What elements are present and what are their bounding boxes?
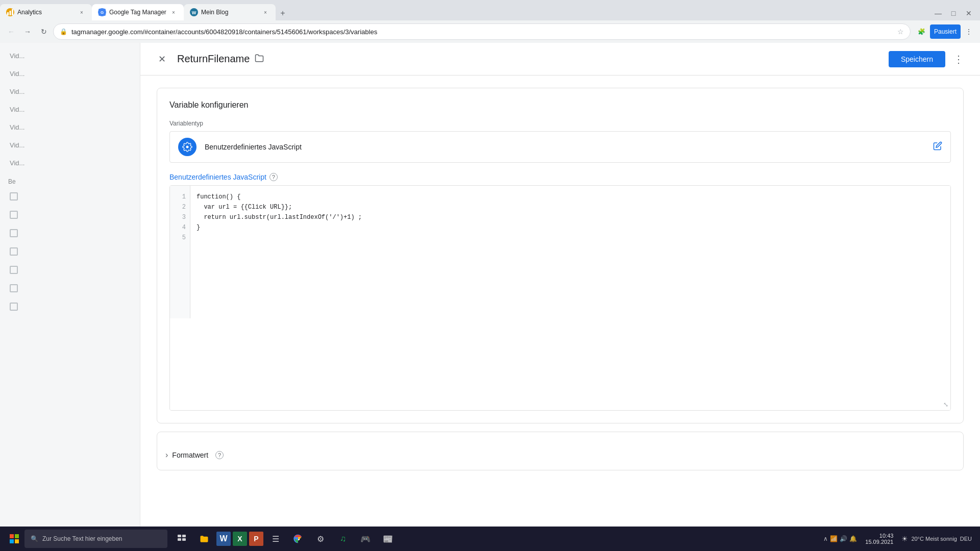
more-menu-button[interactable]: ⋮ — [962, 24, 976, 39]
start-button[interactable] — [4, 529, 24, 549]
checkbox-4[interactable] — [10, 247, 18, 256]
sidebar-item-5[interactable]: Vid... — [0, 118, 140, 136]
svg-text:W: W — [192, 10, 197, 15]
js-help-icon[interactable]: ? — [270, 173, 278, 181]
panel-close-button[interactable]: ✕ — [153, 50, 171, 68]
sidebar-item-2[interactable]: Vid... — [0, 65, 140, 83]
sidebar-check-item-7[interactable] — [0, 297, 140, 316]
js-label-text: Benutzerdefiniertes JavaScript — [169, 173, 266, 181]
taskbar-notification-icon[interactable]: 🔔 — [849, 535, 857, 542]
configure-section: Variable konfigurieren Variablentyp Benu… — [157, 88, 964, 423]
format-section: › Formatwert ? — [157, 432, 964, 470]
taskbar-search[interactable]: 🔍 Zur Suche Text hier eingeben — [24, 530, 167, 548]
taskbar-app-settings[interactable]: ⚙ — [310, 529, 331, 549]
js-section: Benutzerdefiniertes JavaScript ? 1 2 3 4… — [169, 173, 951, 411]
new-tab-button[interactable]: + — [276, 6, 290, 20]
nav-actions: 🧩 Pausiert ⋮ — [915, 24, 976, 39]
lock-icon: 🔒 — [60, 28, 67, 35]
minimize-button[interactable]: — — [931, 6, 945, 20]
checkbox-5[interactable] — [10, 266, 18, 274]
line-num-1: 1 — [174, 192, 186, 202]
analytics-tab-close[interactable]: × — [78, 8, 86, 16]
resize-handle[interactable]: ⤡ — [943, 401, 948, 408]
taskbar-apps: W X P ☰ ⚙ ♫ 🎮 📰 — [172, 529, 398, 549]
more-options-button[interactable]: ⋮ — [949, 50, 968, 68]
checkbox-1[interactable] — [10, 192, 18, 201]
tab-gtm[interactable]: G Google Tag Manager × — [92, 4, 184, 20]
code-editor-empty-space[interactable] — [170, 318, 950, 410]
address-bar[interactable]: 🔒 tagmanager.google.com/#container/accou… — [53, 23, 911, 40]
tab-analytics[interactable]: Analytics × — [0, 4, 92, 20]
format-row[interactable]: › Formatwert ? — [165, 444, 955, 466]
maximize-button[interactable]: □ — [946, 6, 961, 20]
sidebar: Vid... Vid... Vid... Vid... Vid... Vid..… — [0, 43, 140, 527]
close-window-button[interactable]: ✕ — [962, 6, 976, 20]
taskbar-volume-icon[interactable]: 🔊 — [840, 535, 847, 542]
forward-button[interactable]: → — [20, 24, 35, 39]
sidebar-item-3[interactable]: Vid... — [0, 83, 140, 101]
panel-actions: Speichern ⋮ — [889, 50, 968, 68]
wp-tab-icon: W — [190, 8, 198, 16]
sidebar-check-item-4[interactable] — [0, 242, 140, 261]
edit-variable-type-button[interactable] — [933, 141, 942, 153]
gtm-tab-close[interactable]: × — [169, 8, 178, 16]
code-editor-inner: 1 2 3 4 5 function() { var url = {{Click… — [170, 186, 950, 318]
panel-title-text: ReturnFilename — [177, 53, 250, 65]
svg-rect-11 — [15, 539, 19, 543]
profile-button[interactable]: Pausiert — [930, 24, 961, 39]
sidebar-check-item-2[interactable] — [0, 206, 140, 224]
reload-button[interactable]: ↻ — [37, 24, 51, 39]
taskbar-app-explorer[interactable] — [194, 529, 214, 549]
taskbar: 🔍 Zur Suche Text hier eingeben W X P ☰ ⚙… — [0, 527, 980, 551]
save-button[interactable]: Speichern — [889, 51, 945, 67]
taskbar-app-news[interactable]: 📰 — [378, 529, 398, 549]
checkbox-7[interactable] — [10, 303, 18, 311]
sidebar-item-7[interactable]: Vid... — [0, 154, 140, 172]
svg-rect-14 — [178, 538, 181, 541]
sidebar-item-1[interactable]: Vid... — [0, 47, 140, 65]
variable-type-label: Variablentyp — [169, 120, 951, 127]
svg-rect-8 — [10, 534, 14, 538]
sidebar-item-6[interactable]: Vid... — [0, 136, 140, 154]
checkbox-2[interactable] — [10, 211, 18, 219]
taskbar-app-taskview[interactable] — [172, 529, 192, 549]
taskbar-app-powerpoint[interactable]: P — [249, 532, 263, 546]
bookmark-icon[interactable]: ☆ — [897, 28, 904, 36]
taskbar-app-excel[interactable]: X — [233, 532, 247, 546]
taskbar-system-area: ∧ 📶 🔊 🔔 10:43 15.09.2021 ☀ 20°C Meist so… — [823, 533, 976, 545]
taskbar-app-game[interactable]: 🎮 — [355, 529, 376, 549]
sidebar-check-item-6[interactable] — [0, 279, 140, 297]
variable-type-row[interactable]: Benutzerdefiniertes JavaScript — [169, 131, 951, 163]
taskbar-weather-text: 20°C Meist sonnig — [911, 536, 957, 542]
svg-rect-2 — [12, 9, 13, 15]
sidebar-check-item-5[interactable] — [0, 261, 140, 279]
format-help-icon[interactable]: ? — [215, 451, 224, 459]
tab-blog[interactable]: W Mein Blog × — [184, 4, 276, 20]
checkbox-6[interactable] — [10, 284, 18, 292]
taskbar-weather-icon: ☀ — [901, 535, 908, 543]
taskbar-app-chrome[interactable] — [288, 529, 308, 549]
taskbar-date: 15.09.2021 — [865, 539, 893, 545]
code-textarea[interactable]: function() { var url = {{Click URL}}; re… — [190, 186, 950, 318]
sidebar-check-item-3[interactable] — [0, 224, 140, 242]
blog-tab-close[interactable]: × — [261, 8, 270, 16]
taskbar-clock[interactable]: 10:43 15.09.2021 — [861, 533, 897, 545]
extensions-icon[interactable]: 🧩 — [915, 24, 929, 39]
sidebar-item-4[interactable]: Vid... — [0, 101, 140, 118]
taskbar-hide-icon[interactable]: ∧ — [823, 535, 828, 542]
back-button[interactable]: ← — [4, 24, 18, 39]
taskbar-app-spotify[interactable]: ♫ — [333, 529, 353, 549]
checkbox-3[interactable] — [10, 229, 18, 237]
taskbar-app-word[interactable]: W — [216, 532, 231, 546]
line-num-5: 5 — [174, 233, 186, 243]
taskbar-weather-area: ☀ 20°C Meist sonnig DEU — [901, 535, 976, 543]
sidebar-list: Vid... Vid... Vid... Vid... Vid... Vid..… — [0, 47, 140, 172]
blog-tab-label: Mein Blog — [201, 9, 258, 16]
sidebar-check-item-1[interactable] — [0, 187, 140, 206]
taskbar-app-5[interactable]: ☰ — [265, 529, 286, 549]
taskbar-network-icon[interactable]: 📶 — [830, 535, 838, 542]
svg-rect-15 — [182, 538, 186, 541]
format-chevron-icon: › — [165, 450, 168, 460]
svg-point-7 — [186, 146, 189, 148]
analytics-tab-label: Analytics — [17, 9, 75, 16]
